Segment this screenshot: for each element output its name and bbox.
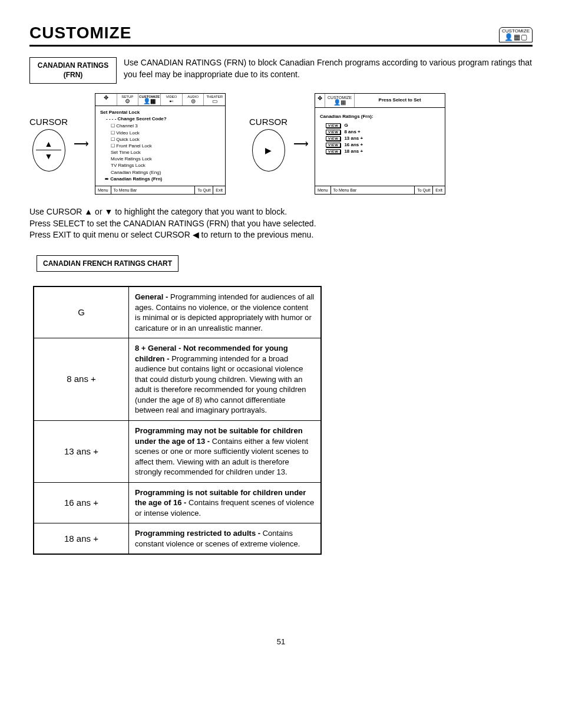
page-number: 51 <box>29 637 533 646</box>
osd-menu-item: Set Time Lock <box>111 149 220 156</box>
osd-rating-row: VIEW16 ans + <box>326 142 440 147</box>
view-button: VIEW <box>326 130 340 134</box>
osd-menu-item: Movie Ratings Lock <box>111 156 220 162</box>
arrow-right-icon: ⟶ <box>293 137 309 150</box>
osd-screen-1: ✥ SETUP⚙ CUSTOMIZE👤▦ VIDEO▪▫ AUDIO⊚ THEA… <box>95 93 226 195</box>
osd-menu-item: TV Ratings Lock <box>111 162 220 169</box>
badge-icons: 👤▦▢ <box>502 34 530 41</box>
rating-label: G <box>344 123 348 128</box>
chart-label-box: CANADIAN FRENCH RATINGS CHART <box>37 255 178 272</box>
osd-tab-theater: THEATER▭ <box>204 94 225 106</box>
osd-menu-item: Quick Lock <box>111 136 220 143</box>
rating-label: 13 ans + <box>344 136 363 141</box>
view-button: VIEW <box>326 149 340 154</box>
rating-code-cell: 16 ans + <box>34 482 129 523</box>
osd-prompt: Press Select to Set <box>355 94 445 107</box>
table-row: 13 ans +Programming may not be suitable … <box>34 420 321 482</box>
ratings-chart-table: GGeneral - Programming intended for audi… <box>33 286 322 555</box>
rating-code-cell: 13 ans + <box>34 420 129 482</box>
osd-rating-row: VIEW18 ans + <box>326 149 440 154</box>
rating-code-cell: 8 ans + <box>34 338 129 421</box>
osd-tab-setup: SETUP⚙ <box>117 94 139 106</box>
rating-desc-cell: Programming may not be suitable for chil… <box>129 420 322 482</box>
right-triangle-icon: ▶ <box>265 146 272 155</box>
rating-desc-cell: Programming restricted to adults - Conta… <box>129 523 322 555</box>
rating-desc-cell: 8 + General - Not recommended for young … <box>129 338 322 421</box>
rating-label: 16 ans + <box>344 142 363 147</box>
table-row: 8 ans +8 + General - Not recommended for… <box>34 338 321 421</box>
table-row: 16 ans +Programming is not suitable for … <box>34 482 321 523</box>
osd-tab-customize: CUSTOMIZE👤▦ <box>138 94 161 106</box>
up-triangle-icon: ▲ <box>45 139 53 149</box>
cursor-block-updown: CURSOR ▲ ▼ <box>29 117 68 172</box>
osd-menu-item: Front Panel Lock <box>111 143 220 149</box>
osd-nav-icon: ✥ <box>95 94 117 106</box>
section-label-box: CANADIAN RATINGS(FRN) <box>29 57 117 84</box>
view-button: VIEW <box>326 143 340 147</box>
osd-tab-video: VIDEO▪▫ <box>161 94 183 106</box>
arrow-right-icon: ⟶ <box>74 137 89 150</box>
osd-rating-row: VIEWG <box>326 123 440 128</box>
table-row: 18 ans +Programming restricted to adults… <box>34 523 321 555</box>
down-triangle-icon: ▼ <box>45 151 53 161</box>
osd-menu-item: Canadian Ratings (Eng) <box>111 169 220 176</box>
rating-desc-cell: Programming is not suitable for children… <box>129 482 322 523</box>
osd-tab-customize: CUSTOMIZE👤▦ <box>325 94 355 107</box>
osd-screen-2: ✥ CUSTOMIZE👤▦ Press Select to Set Canadi… <box>315 93 445 195</box>
rating-label: 8 ans + <box>344 129 360 134</box>
rating-code-cell: 18 ans + <box>34 523 129 555</box>
page-title: CUSTOMIZE <box>29 24 131 42</box>
osd-menu-item: Channel 3 <box>111 123 220 129</box>
osd-menu-item: Video Lock <box>111 130 220 136</box>
osd-rating-row: VIEW8 ans + <box>326 129 440 134</box>
customize-badge: CUSTOMIZE 👤▦▢ <box>499 27 533 42</box>
rating-code-cell: G <box>34 286 129 338</box>
table-row: GGeneral - Programming intended for audi… <box>34 286 321 338</box>
osd-nav-icon: ✥ <box>315 94 325 107</box>
osd-menu-item: Canadian Ratings (Frn) <box>105 176 220 182</box>
intro-text: Use CANADIAN RATINGS (FRN) to block Cana… <box>124 57 533 84</box>
rating-label: 18 ans + <box>344 149 363 154</box>
osd-rating-row: VIEW13 ans + <box>326 136 440 141</box>
osd-tab-audio: AUDIO⊚ <box>183 94 204 106</box>
instructions: Use CURSOR ▲ or ▼ to highlight the categ… <box>29 206 533 241</box>
cursor-block-right: CURSOR ▶ <box>249 117 287 172</box>
rating-desc-cell: General - Programming intended for audie… <box>129 286 322 338</box>
view-button: VIEW <box>326 123 340 128</box>
view-button: VIEW <box>326 136 340 141</box>
